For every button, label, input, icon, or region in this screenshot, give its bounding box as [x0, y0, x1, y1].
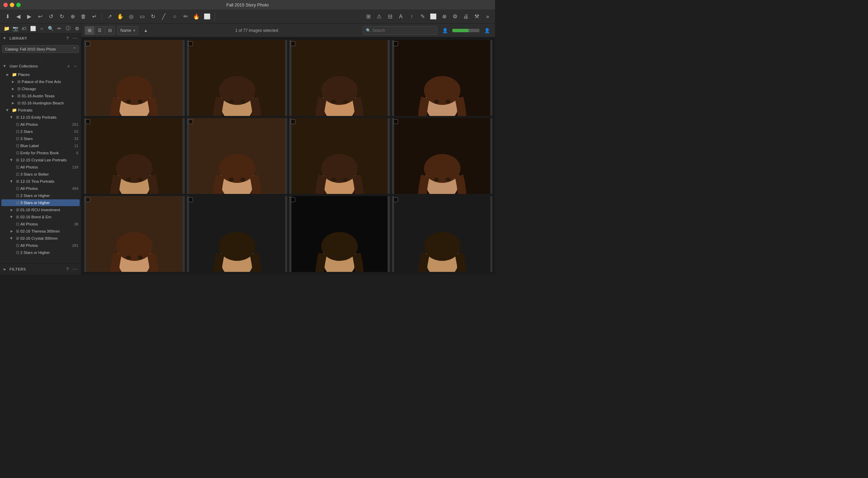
- sort-selector[interactable]: Name ▾: [117, 26, 138, 35]
- user-collections-header[interactable]: ▶ User Collections + −: [0, 61, 81, 71]
- photo-checkbox[interactable]: [188, 197, 193, 202]
- sidebar-item-chicago[interactable]: ▶ ⊞ Chicago: [1, 85, 80, 92]
- pan-tool[interactable]: ✋: [116, 12, 125, 21]
- sidebar-scroll[interactable]: ▶ User Collections + − ▶ 📁 Places ▶ ⊞ Pa…: [0, 61, 81, 263]
- sidebar-group-emily-portraits[interactable]: ▶ ⊞ 12-15 Emily Portraits: [1, 114, 80, 121]
- photo-cell-pc169390[interactable]: ⚙ ⊞ ★★★•• Tina-PC169390.ORF: [392, 40, 493, 116]
- sidebar-item-all-photos-crystal[interactable]: ⊡ All Photos 139: [1, 164, 80, 171]
- redo-forward-button[interactable]: ↻: [57, 12, 66, 21]
- photo-checkbox[interactable]: [393, 41, 398, 46]
- tab-camera[interactable]: 📷: [12, 25, 19, 32]
- tab-metadata[interactable]: 🏷: [20, 25, 28, 32]
- flame-tool[interactable]: 🔥: [192, 12, 201, 21]
- plugin-tool[interactable]: ⚒: [472, 12, 481, 21]
- redo-button[interactable]: ↺: [46, 12, 56, 21]
- photo-checkbox[interactable]: [85, 119, 90, 124]
- photo-cell-pc169413[interactable]: ⚙ ⊞ ★★★•• Tina-PC169413.ORF: [289, 118, 390, 194]
- sidebar-item-all-photos-emily[interactable]: ⊡ All Photos 261: [1, 121, 80, 128]
- shape-tool[interactable]: ⬜: [429, 12, 438, 21]
- sidebar-item-3stars-higher-tina[interactable]: ⊡ 3 Stars or Higher: [1, 199, 80, 206]
- user-icon[interactable]: 👤: [440, 26, 450, 35]
- photo-checkbox[interactable]: [291, 119, 295, 124]
- delete-button[interactable]: 🗑: [79, 12, 88, 21]
- import-button[interactable]: ⬇: [3, 12, 12, 21]
- sidebar-item-blue-label-emily[interactable]: ⊡ Blue Label 11: [1, 142, 80, 149]
- crop-circle-tool[interactable]: ◎: [126, 12, 136, 21]
- select-tool[interactable]: ↗: [105, 12, 114, 21]
- back-button[interactable]: ◀: [14, 12, 23, 21]
- sidebar-item-2stars-emily[interactable]: ⊡ 2 Stars 53: [1, 128, 80, 135]
- maximize-button[interactable]: [16, 3, 21, 7]
- remove-collection-btn[interactable]: −: [72, 63, 78, 69]
- photo-checkbox[interactable]: [85, 197, 90, 202]
- circle-tool[interactable]: ○: [170, 12, 179, 21]
- print-tool[interactable]: 🖨: [461, 12, 471, 21]
- mosaic-tool[interactable]: ⊟: [385, 12, 395, 21]
- close-button[interactable]: [3, 3, 8, 7]
- tab-info[interactable]: ⓘ: [64, 25, 72, 32]
- sidebar-item-huntington[interactable]: ▶ ⊞ 02-16 Huntington Beach: [1, 100, 80, 106]
- photo-cell-pc169414[interactable]: ⚙ ⊞ ★★★•• Tina-PC169414.ORF: [392, 118, 493, 194]
- tab-shape[interactable]: ○: [38, 25, 45, 32]
- eraser-tool[interactable]: ⬜: [202, 12, 212, 21]
- photo-cell-pc169383[interactable]: ⚙ ⊞ ★★★•• Tina-PC169383.ORF: [187, 40, 288, 116]
- photo-checkbox[interactable]: [188, 41, 193, 46]
- library-chevron[interactable]: ▶: [3, 36, 7, 40]
- sidebar-group-rcu[interactable]: ▶ ⊞ 01-16 RCU Investment: [1, 206, 80, 213]
- photo-checkbox[interactable]: [188, 119, 193, 124]
- sidebar-item-all-photos-tina[interactable]: ⊡ All Photos 494: [1, 185, 80, 192]
- library-options[interactable]: ⋯: [72, 35, 78, 42]
- arrow-up-tool[interactable]: ↑: [407, 12, 416, 21]
- warning-tool[interactable]: ⚠: [374, 12, 384, 21]
- search-options-icon[interactable]: ⋯: [431, 28, 434, 33]
- sidebar-group-crystal-portraits[interactable]: ▶ ⊞ 12-15 Crystal Lee Portraits: [1, 157, 80, 163]
- close-circle-tool[interactable]: ⊗: [439, 12, 449, 21]
- library-help[interactable]: ?: [64, 35, 71, 42]
- photo-cell-pc169394[interactable]: ⚙ ⊞ ★★★•• Tina-PC169394.ORF: [187, 118, 288, 194]
- undo-button[interactable]: ↩: [35, 12, 45, 21]
- add-collection-btn[interactable]: +: [65, 63, 72, 69]
- tab-search[interactable]: 🔍: [47, 25, 54, 32]
- grid-tool[interactable]: ⊞: [363, 12, 373, 21]
- photo-checkbox[interactable]: [291, 41, 295, 46]
- sort-direction-btn[interactable]: ▲: [141, 26, 151, 35]
- photo-checkbox[interactable]: [291, 197, 295, 202]
- tab-stack[interactable]: ✏: [56, 25, 63, 32]
- portraits-group[interactable]: ▶ 📁 Portraits: [1, 107, 80, 114]
- sidebar-group-crystal-300[interactable]: ▶ ⊞ 02-16 Crystal 300mm: [1, 235, 80, 242]
- sidebar-item-austin[interactable]: ▶ ⊞ 01-16 Austin Texas: [1, 93, 80, 99]
- rotate-tool[interactable]: ↻: [148, 12, 158, 21]
- pencil-edit-tool[interactable]: ✎: [418, 12, 427, 21]
- photo-checkbox[interactable]: [393, 119, 398, 124]
- settings-tool[interactable]: ⚙: [450, 12, 460, 21]
- brush-tool[interactable]: ✏: [181, 12, 190, 21]
- sidebar-item-all-photos-brent[interactable]: ⊡ All Photos 38: [1, 221, 80, 227]
- filters-help[interactable]: ?: [64, 266, 71, 273]
- sidebar-group-brent-em[interactable]: ▶ ⊞ 02-16 Brent & Em: [1, 214, 80, 220]
- tab-library-folder[interactable]: 📁: [3, 25, 10, 32]
- search-input[interactable]: [372, 28, 429, 33]
- photo-cell-pc169415[interactable]: ⚙ ⊞ ★★★•• Tina-PC169415.ORF: [84, 196, 185, 272]
- catalog-selector[interactable]: Catalog: Fall 2015 Story Photo ⌃: [2, 45, 79, 53]
- minimize-button[interactable]: [10, 3, 14, 7]
- places-group[interactable]: ▶ 📁 Places: [1, 71, 80, 78]
- sidebar-item-3stars-emily[interactable]: ⊡ 3 Stars 33: [1, 135, 80, 142]
- line-tool[interactable]: ╱: [159, 12, 169, 21]
- grid-view-btn[interactable]: ⊞: [85, 26, 94, 35]
- filters-section[interactable]: ▶ FILTERS: [3, 267, 26, 271]
- paste-button[interactable]: ↵: [90, 12, 99, 21]
- photo-grid[interactable]: ⚙ ⊞ ★★★•• Tina-PC169381.ORF: [81, 37, 495, 275]
- more-tool[interactable]: »: [483, 12, 492, 21]
- user-avatar[interactable]: 👤: [482, 26, 492, 35]
- photo-checkbox[interactable]: [393, 197, 398, 202]
- photo-cell-pc169385[interactable]: ⚙ ⊞ ★★★•• Tina-PC169385.ORF: [289, 40, 390, 116]
- sidebar-item-all-photos-crystal-300[interactable]: ⊡ All Photos 281: [1, 242, 80, 249]
- text-tool[interactable]: A: [396, 12, 406, 21]
- sidebar-item-2stars-higher-tina[interactable]: ⊡ 2 Stars or Higher: [1, 192, 80, 199]
- sidebar-group-theresa[interactable]: ▶ ⊞ 02-16 Theresa 300mm: [1, 228, 80, 235]
- photo-cell-pc169381[interactable]: ⚙ ⊞ ★★★•• Tina-PC169381.ORF: [84, 40, 185, 116]
- sidebar-item-palace[interactable]: ▶ ⊞ Palace of the Fine Arts: [1, 78, 80, 85]
- sidebar-group-tina-portraits[interactable]: ▶ ⊞ 12-15 Tina Portraits: [1, 178, 80, 185]
- photo-cell-pc169393[interactable]: ⚙ ⊞ ★★★•• Tina-PC169393.ORF: [84, 118, 185, 194]
- tab-flag[interactable]: ⬜: [29, 25, 37, 32]
